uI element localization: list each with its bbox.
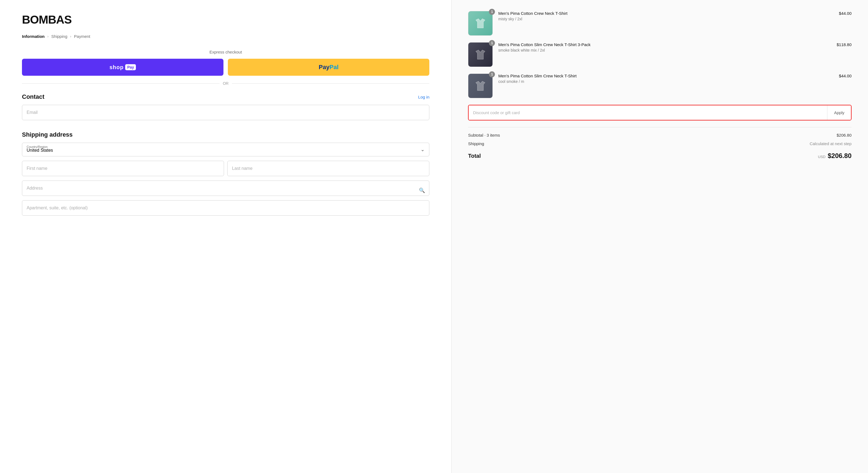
total-row: Total USD $206.80: [468, 150, 851, 160]
contact-section-header: Contact Log in: [22, 93, 429, 100]
brand-logo: BOMBAS: [22, 13, 429, 26]
tshirt-icon-2: [473, 47, 488, 62]
first-name-field[interactable]: [22, 161, 224, 176]
item-price-1: $44.00: [839, 11, 851, 15]
order-item-2: 1 Men's Pima Cotton Slim Crew Neck T-Shi…: [468, 42, 851, 67]
item-name-2: Men's Pima Cotton Slim Crew Neck T-Shirt…: [498, 42, 831, 47]
item-price-2: $118.80: [837, 42, 851, 47]
item-details-2: Men's Pima Cotton Slim Crew Neck T-Shirt…: [498, 42, 831, 53]
total-value-wrapper: USD $206.80: [818, 152, 851, 160]
discount-input[interactable]: [469, 105, 827, 120]
item-variant-3: cool smoke / m: [498, 79, 833, 84]
shipping-address-title: Shipping address: [22, 131, 429, 138]
shop-pay-shop-text: shop: [110, 64, 124, 70]
subtotal-value: $206.80: [837, 133, 851, 137]
search-icon: 🔍: [419, 187, 425, 193]
tshirt-icon-1: [473, 16, 488, 31]
breadcrumb: Information › Shipping › Payment: [22, 34, 429, 39]
breadcrumb-payment: Payment: [74, 34, 90, 39]
express-checkout-label: Express checkout: [22, 50, 429, 54]
item-variant-2: smoke black white mix / 2xl: [498, 48, 831, 53]
item-image-wrapper-2: 1: [468, 42, 493, 67]
subtotal-row: Subtotal · 3 items $206.80: [468, 133, 851, 137]
item-image-3: [468, 73, 493, 98]
apply-button[interactable]: Apply: [827, 105, 851, 120]
express-checkout-buttons: shop Pay PayPal: [22, 59, 429, 76]
chevron-down-icon: ⌄: [421, 147, 425, 153]
discount-section: Apply: [468, 105, 851, 121]
shop-pay-button[interactable]: shop Pay: [22, 59, 223, 76]
item-badge-1: 1: [489, 9, 495, 15]
log-in-link[interactable]: Log in: [418, 95, 429, 99]
shop-pay-badge: Pay: [125, 64, 136, 70]
shipping-row: Shipping Calculated at next step: [468, 141, 851, 146]
breadcrumb-information: Information: [22, 34, 45, 39]
order-item-3: 1 Men's Pima Cotton Slim Crew Neck T-Shi…: [468, 73, 851, 98]
apartment-field[interactable]: [22, 200, 429, 216]
tshirt-icon-3: [473, 78, 488, 94]
chevron-icon-2: ›: [70, 34, 71, 38]
last-name-field[interactable]: [227, 161, 429, 176]
email-field[interactable]: [22, 105, 429, 120]
address-field[interactable]: [22, 181, 429, 196]
shipping-value: Calculated at next step: [809, 141, 851, 146]
total-label: Total: [468, 153, 480, 159]
right-panel: 1 Men's Pima Cotton Crew Neck T-Shirt mi…: [451, 0, 868, 473]
left-panel: BOMBAS Information › Shipping › Payment …: [0, 0, 451, 473]
item-image-wrapper-1: 1: [468, 11, 493, 36]
or-text: OR: [223, 81, 229, 86]
address-wrapper: 🔍: [22, 181, 429, 200]
order-item-1: 1 Men's Pima Cotton Crew Neck T-Shirt mi…: [468, 11, 851, 36]
breadcrumb-shipping: Shipping: [51, 34, 67, 39]
item-details-1: Men's Pima Cotton Crew Neck T-Shirt mist…: [498, 11, 833, 21]
item-name-3: Men's Pima Cotton Slim Crew Neck T-Shirt: [498, 73, 833, 78]
item-price-3: $44.00: [839, 73, 851, 78]
order-summary: Subtotal · 3 items $206.80 Shipping Calc…: [468, 127, 851, 160]
item-image-2: [468, 42, 493, 67]
name-row: [22, 161, 429, 181]
item-variant-1: misty sky / 2xl: [498, 17, 833, 21]
total-amount: $206.80: [828, 152, 851, 160]
item-image-1: [468, 11, 493, 36]
country-value: United States: [27, 145, 425, 153]
item-details-3: Men's Pima Cotton Slim Crew Neck T-Shirt…: [498, 73, 833, 84]
item-name-1: Men's Pima Cotton Crew Neck T-Shirt: [498, 11, 833, 15]
paypal-logo: PayPal: [319, 64, 338, 71]
contact-title: Contact: [22, 93, 44, 100]
item-badge-3: 1: [489, 71, 495, 77]
subtotal-label: Subtotal · 3 items: [468, 133, 500, 137]
order-items: 1 Men's Pima Cotton Crew Neck T-Shirt mi…: [468, 11, 851, 98]
shipping-label: Shipping: [468, 141, 484, 146]
chevron-icon-1: ›: [48, 34, 49, 38]
country-label: Country/Region: [27, 145, 48, 149]
item-image-wrapper-3: 1: [468, 73, 493, 98]
country-region-select[interactable]: Country/Region United States ⌄: [22, 143, 429, 156]
total-currency: USD: [818, 155, 826, 159]
or-divider: OR: [22, 81, 429, 86]
item-badge-2: 1: [489, 40, 495, 46]
paypal-button[interactable]: PayPal: [228, 59, 429, 76]
